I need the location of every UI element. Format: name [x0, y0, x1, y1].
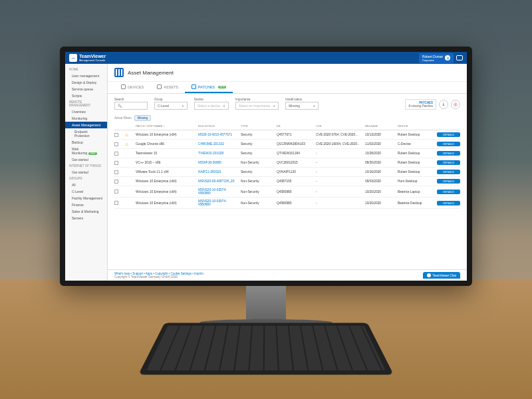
main-content: Asset Management DEVICESASSETSPATCHESNEW…	[108, 64, 467, 281]
details-button[interactable]: DETAILS	[437, 179, 460, 184]
target-button[interactable]: ◎	[451, 100, 460, 109]
cell-release: 10/16/2020	[365, 170, 395, 174]
row-checkbox[interactable]	[114, 180, 118, 184]
sidebar-item-scripts[interactable]: Scripts	[65, 92, 107, 99]
cell-cve: -	[316, 190, 362, 194]
details-button[interactable]: DETAILS	[437, 190, 460, 194]
importance-select[interactable]: Select an importance...▼	[235, 102, 279, 110]
cell-bulletin[interactable]: CHROME-201102	[198, 142, 238, 146]
brand-logo[interactable]: ↔ TeamViewer Management Console	[69, 54, 106, 62]
device-label: Device	[194, 98, 229, 101]
sidebar-item-get-started[interactable]: Get started	[65, 156, 107, 163]
sidebar-item-get-started[interactable]: Get started	[65, 169, 107, 176]
table-row: Windows 10 Enterprise (x64)MSNS20-09-408…	[114, 177, 460, 186]
active-filters: Active Filters Missing	[108, 114, 467, 122]
details-button[interactable]: DETAILS	[437, 201, 460, 205]
details-button[interactable]: DETAILS	[437, 132, 460, 137]
cell-kb: QVC26012015	[277, 161, 313, 164]
sidebar-item-facility-management[interactable]: Facility Management	[65, 195, 107, 201]
filter-bar: Search 🔍 Group C-Level▼	[108, 94, 467, 114]
user-menu[interactable]: Robert Dorset Corporate ✕	[419, 53, 454, 63]
row-checkbox[interactable]	[114, 190, 118, 194]
sidebar-section-header: INTERNET OF THINGS	[65, 163, 107, 169]
cell-bulletin[interactable]: MSNS20-09-4087105_20	[198, 180, 238, 183]
cell-bulletin[interactable]: MSWF18-26995	[198, 161, 238, 164]
cell-bulletin[interactable]: NAIP11-200319	[198, 170, 238, 174]
details-button[interactable]: DETAILS	[437, 160, 460, 165]
cell-bulletin[interactable]: MSNS20-10-03074-4580980	[198, 200, 238, 206]
filter-chip-missing[interactable]: Missing	[134, 115, 151, 121]
details-button[interactable]: DETAILS	[437, 170, 460, 174]
row-checkbox[interactable]	[114, 161, 118, 165]
cell-type: Security	[241, 133, 274, 136]
sidebar-item-servers[interactable]: Servers	[65, 215, 107, 221]
cell-bulletin[interactable]: MSNS20-10-03074-4580980	[198, 188, 238, 195]
app-window: ↔ TeamViewer Management Console Robert D…	[65, 52, 467, 281]
cell-type: Non-Security	[241, 190, 274, 194]
tabs: DEVICESASSETSPATCHESNEW	[108, 82, 467, 94]
tab-assets[interactable]: ASSETS	[150, 82, 185, 93]
cell-release: 08/30/2020	[365, 161, 395, 164]
col-header[interactable]: RELEASE	[365, 124, 395, 128]
install-select[interactable]: Missing▼	[285, 102, 319, 110]
cell-release: 10/20/2020	[365, 201, 395, 205]
col-header[interactable]: CVE	[316, 124, 362, 128]
search-input[interactable]: 🔍	[114, 102, 148, 110]
device-select[interactable]: Select a device...▼	[194, 102, 229, 110]
tab-patches[interactable]: PATCHESNEW	[185, 82, 233, 93]
export-button[interactable]: ⤓	[439, 100, 448, 109]
table-row: VC++ 2015 – x86MSWF18-26995Non-SecurityQ…	[114, 158, 460, 168]
row-checkbox[interactable]	[114, 152, 118, 156]
sidebar-item-service-queue[interactable]: Service queue	[65, 86, 107, 92]
chat-icon[interactable]	[456, 55, 463, 61]
sidebar-item-design-deploy[interactable]: Design & Deploy	[65, 79, 107, 86]
row-checkbox[interactable]	[114, 170, 118, 174]
details-button[interactable]: DETAILS	[437, 151, 460, 156]
search-label: Search	[114, 98, 148, 101]
cell-kb: QTVIEW151184	[277, 152, 313, 155]
cell-type: Security	[241, 152, 274, 155]
col-header[interactable]: KB	[277, 124, 313, 128]
row-checkbox[interactable]	[114, 142, 118, 146]
tab-label: ASSETS	[164, 85, 178, 89]
col-header[interactable]: TYPE	[241, 124, 274, 128]
chat-bubble-icon	[427, 273, 431, 277]
sidebar-section-header: REMOTE MANAGEMENT	[65, 99, 107, 108]
cell-cve: -	[316, 161, 362, 164]
sidebar-item-web-monitoring[interactable]: Web MonitoringNEW	[65, 146, 107, 156]
tab-devices[interactable]: DEVICES	[114, 82, 150, 93]
group-select[interactable]: C-Level▼	[154, 102, 188, 110]
cell-cve: CVE-2020-0764, CVE-2020...	[316, 133, 362, 136]
cell-bulletin[interactable]: MS20-10-W10-4577671	[198, 133, 238, 136]
warning-icon: ⚠	[125, 132, 133, 137]
row-checkbox[interactable]	[114, 201, 118, 205]
cell-kb: Q4087105	[277, 180, 313, 183]
row-checkbox[interactable]	[114, 133, 118, 137]
user-settings-icon[interactable]: ✕	[445, 55, 450, 61]
sidebar-item-finance[interactable]: Finance	[65, 201, 107, 208]
sidebar-item-all[interactable]: All	[65, 182, 107, 188]
sidebar-item-c-level[interactable]: C-Level	[65, 188, 107, 195]
sidebar-item-monitoring[interactable]: Monitoring	[65, 115, 107, 122]
col-header[interactable]: PATCH / SOFTWARE ↑	[136, 124, 196, 128]
cell-bulletin[interactable]: TVIEW15-201028	[198, 152, 238, 155]
patches-summary: PATCHES 8 missing Patches	[405, 99, 436, 110]
sidebar-item-backup[interactable]: Backup	[65, 139, 107, 146]
cell-patch: Windows 10 Enterprise (x64)	[136, 180, 196, 183]
sidebar-item-overview[interactable]: Overview	[65, 108, 107, 115]
table-row: Windows 10 Enterprise (x64)MSNS20-10-030…	[114, 198, 460, 209]
sort-icon: ↑	[163, 124, 165, 128]
col-header[interactable]: DEVICE	[398, 124, 434, 128]
sidebar-item-endpoint-protection[interactable]: Endpoint Protection	[65, 128, 107, 139]
sidebar-item-asset-management[interactable]: Asset Management	[65, 122, 107, 128]
chat-widget[interactable]: TeamViewer Chat	[423, 272, 460, 279]
cell-kb: QGCRM04280A103	[277, 142, 313, 146]
group-label: Group	[154, 98, 188, 101]
sidebar-item-sales-marketing[interactable]: Sales & Marketing	[65, 208, 107, 215]
sidebar-item-user-management[interactable]: User management	[65, 72, 107, 79]
col-header[interactable]: BULLETIN ID	[198, 124, 238, 128]
search-filter: Search 🔍	[114, 98, 148, 110]
footer-copyright: Copyright © TeamViewer Germany GmbH 2020	[114, 275, 203, 279]
details-button[interactable]: DETAILS	[437, 142, 460, 146]
cell-type: Security	[241, 170, 274, 174]
